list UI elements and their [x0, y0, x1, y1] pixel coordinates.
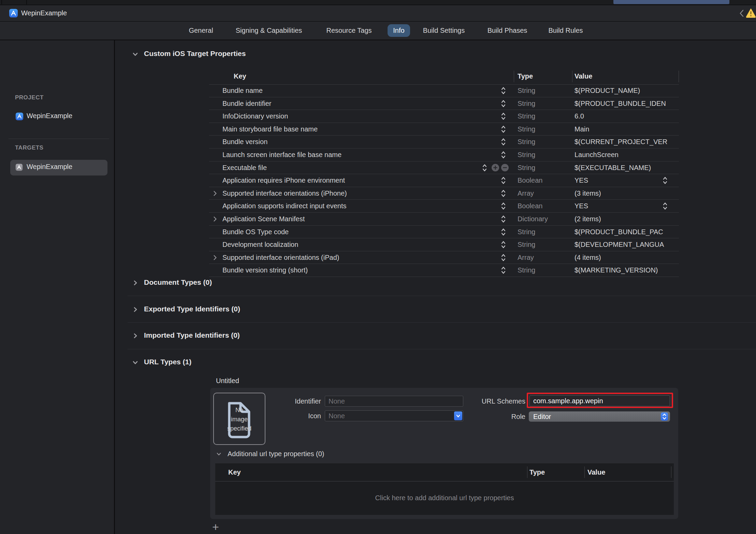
- value-stepper-icon[interactable]: [663, 176, 667, 185]
- app-store-a-icon: [15, 164, 23, 171]
- sidebar-divider: [9, 139, 109, 139]
- key-stepper-icon[interactable]: [501, 215, 506, 223]
- key-stepper-icon[interactable]: [501, 112, 506, 121]
- plist-table: Bundle nameString$(PRODUCT_NAME)Bundle i…: [209, 84, 679, 277]
- plist-key: Bundle identifier: [222, 97, 271, 110]
- disclosure-chevron-icon[interactable]: [213, 216, 217, 222]
- plist-row-10[interactable]: Application Scene ManifestDictionary(2 i…: [209, 213, 679, 226]
- strip-divider: [26, 0, 27, 4]
- plist-value: $(EXECUTABLE_NAME): [575, 161, 678, 174]
- additional-properties-table: Key Type Value Click here to add additio…: [215, 463, 674, 515]
- add-url-type-button[interactable]: +: [212, 520, 219, 534]
- section-divider: [128, 296, 756, 296]
- plist-row-13[interactable]: Supported interface orientations (iPad)A…: [209, 251, 679, 264]
- plist-row-8[interactable]: Supported interface orientations (iPhone…: [209, 187, 679, 200]
- plist-value: $(MARKETING_VERSION): [575, 264, 678, 277]
- section-title[interactable]: Document Types (0): [144, 278, 212, 286]
- project-section-header: PROJECT: [15, 94, 44, 101]
- strip-divider: [1, 0, 2, 4]
- tab-build-phases[interactable]: Build Phases: [488, 22, 527, 40]
- combo-dropdown-button[interactable]: [454, 411, 462, 420]
- plist-key: Launch screen interface file base name: [222, 149, 341, 161]
- column-header-value: Value: [587, 463, 605, 481]
- plist-key: InfoDictionary version: [222, 110, 288, 123]
- key-stepper-icon[interactable]: [501, 228, 506, 236]
- plist-key: Main storyboard file base name: [222, 123, 318, 136]
- url-schemes-field[interactable]: com.sample.app.wepin: [529, 395, 670, 406]
- plist-row-1[interactable]: Bundle identifierString$(PRODUCT_BUNDLE_…: [209, 97, 679, 110]
- plist-row-11[interactable]: Bundle OS Type codeString$(PRODUCT_BUNDL…: [209, 226, 679, 239]
- identifier-label: Identifier: [266, 397, 321, 405]
- plist-row-14[interactable]: Bundle version string (short)String$(MAR…: [209, 264, 679, 277]
- tab-build-rules[interactable]: Build Rules: [548, 22, 583, 40]
- tab-info-selected[interactable]: Info: [388, 24, 410, 37]
- key-stepper-icon[interactable]: [501, 266, 506, 275]
- popup-stepper-icon: [661, 412, 668, 421]
- column-header-key: Key: [228, 463, 241, 481]
- chevron-down-icon[interactable]: [216, 451, 222, 457]
- plist-row-2[interactable]: InfoDictionary versionString6.0: [209, 110, 679, 123]
- section-divider: [128, 349, 756, 349]
- add-row-icon[interactable]: [492, 164, 499, 171]
- url-type-image-well[interactable]: No image specified: [213, 393, 265, 445]
- project-navigator-sidebar: PROJECT WepinExample TARGETS WepinExampl…: [0, 40, 114, 534]
- tab-resource-tags[interactable]: Resource Tags: [326, 22, 372, 40]
- value-stepper-icon[interactable]: [663, 202, 667, 210]
- section-title[interactable]: URL Types (1): [144, 358, 191, 366]
- chevron-right-icon[interactable]: [132, 307, 138, 312]
- key-stepper-icon[interactable]: [501, 189, 506, 198]
- key-stepper-icon[interactable]: [501, 253, 506, 262]
- section-title[interactable]: Imported Type Identifiers (0): [144, 331, 240, 339]
- plist-type: String: [518, 226, 535, 238]
- identifier-field[interactable]: None: [325, 396, 463, 407]
- chevron-down-icon[interactable]: [132, 51, 138, 57]
- plist-row-5[interactable]: Launch screen interface file base nameSt…: [209, 149, 679, 161]
- key-stepper-icon[interactable]: [501, 125, 506, 134]
- key-stepper-icon[interactable]: [501, 138, 506, 146]
- tab-signing-capabilities[interactable]: Signing & Capabilities: [236, 22, 302, 40]
- plist-row-0[interactable]: Bundle nameString$(PRODUCT_NAME): [209, 84, 679, 97]
- window-title: WepinExample: [21, 5, 67, 21]
- sidebar-item-target-selected[interactable]: WepinExample: [10, 160, 107, 175]
- section-title[interactable]: Custom iOS Target Properties: [144, 50, 246, 58]
- key-stepper-icon[interactable]: [482, 164, 487, 172]
- chevron-left-icon[interactable]: [739, 9, 744, 17]
- plist-value: 6.0: [575, 110, 678, 123]
- plist-value: $(PRODUCT_BUNDLE_PAC: [575, 226, 678, 238]
- disclosure-chevron-icon[interactable]: [213, 255, 217, 261]
- key-stepper-icon[interactable]: [501, 240, 506, 249]
- tab-build-settings[interactable]: Build Settings: [423, 22, 465, 40]
- remove-row-icon[interactable]: [501, 164, 509, 171]
- chevron-down-icon[interactable]: [132, 360, 138, 365]
- icon-combo-box[interactable]: None: [325, 410, 463, 421]
- chevron-right-icon[interactable]: [132, 333, 138, 338]
- plist-row-3[interactable]: Main storyboard file base nameStringMain: [209, 123, 679, 136]
- plist-row-4[interactable]: Bundle versionString$(CURRENT_PROJECT_VE…: [209, 136, 679, 149]
- plist-value: (4 items): [575, 251, 678, 264]
- additional-url-properties-title[interactable]: Additional url type properties (0): [228, 450, 324, 458]
- icon-combo-value: None: [329, 412, 345, 420]
- role-label: Role: [471, 413, 525, 421]
- warning-triangle-icon[interactable]: [746, 8, 756, 18]
- plist-row-7[interactable]: Application requires iPhone environmentB…: [209, 174, 679, 187]
- chevron-right-icon[interactable]: [132, 280, 138, 285]
- plist-type: Array: [518, 251, 534, 264]
- disclosure-chevron-icon[interactable]: [213, 191, 217, 196]
- plist-key: Bundle OS Type code: [222, 226, 289, 238]
- plist-row-12[interactable]: Development localizationString$(DEVELOPM…: [209, 238, 679, 251]
- tab-general[interactable]: General: [189, 22, 213, 40]
- key-stepper-icon[interactable]: [501, 86, 506, 95]
- column-divider: [514, 71, 514, 82]
- key-stepper-icon[interactable]: [501, 151, 506, 159]
- add-additional-properties-link[interactable]: Click here to add additional url type pr…: [215, 481, 674, 515]
- key-stepper-icon[interactable]: [501, 202, 506, 210]
- plist-row-6[interactable]: Executable fileString$(EXECUTABLE_NAME): [209, 161, 679, 174]
- section-title[interactable]: Exported Type Identifiers (0): [144, 305, 240, 313]
- top-window-strip: [0, 0, 756, 5]
- key-stepper-icon[interactable]: [501, 176, 506, 185]
- plist-key: Bundle version string (short): [222, 264, 308, 277]
- plist-row-9[interactable]: Application supports indirect input even…: [209, 200, 679, 213]
- key-stepper-icon[interactable]: [501, 99, 506, 108]
- url-schemes-label: URL Schemes: [471, 397, 525, 405]
- role-popup-button[interactable]: Editor: [529, 411, 670, 422]
